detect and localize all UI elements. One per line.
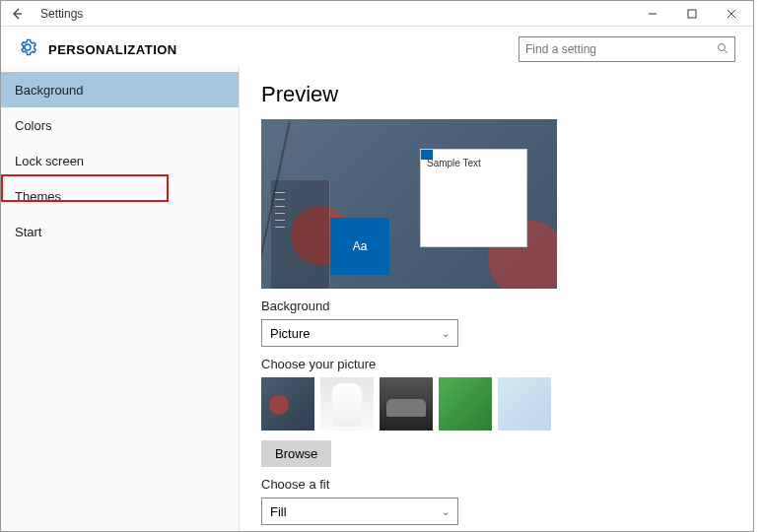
preview-left-panel	[271, 180, 330, 289]
svg-rect-1	[688, 10, 696, 18]
sidebar-item-label: Lock screen	[15, 154, 84, 168]
header: PERSONALIZATION	[1, 27, 753, 66]
sidebar-item-background[interactable]: Background	[1, 72, 239, 107]
choose-picture-label: Choose your picture	[261, 357, 729, 371]
background-dropdown[interactable]: Picture ⌄	[261, 319, 458, 347]
sidebar-item-label: Start	[15, 225, 41, 239]
thumbnail-1[interactable]	[261, 377, 314, 431]
sidebar-item-start[interactable]: Start	[1, 214, 239, 249]
search-icon	[717, 42, 728, 57]
search-box[interactable]	[519, 36, 735, 62]
svg-line-5	[725, 50, 727, 53]
sidebar-item-label: Colors	[15, 118, 52, 133]
fit-dropdown[interactable]: Fill ⌄	[261, 498, 458, 525]
preview-heading: Preview	[261, 82, 729, 107]
search-input[interactable]	[525, 42, 703, 56]
chevron-down-icon: ⌄	[442, 328, 450, 339]
preview-font-tile: Aa	[330, 218, 389, 275]
page-title: PERSONALIZATION	[48, 42, 177, 57]
picture-thumbnails	[261, 377, 729, 431]
background-label: Background	[261, 299, 729, 313]
sidebar: Background Colors Lock screen Themes Sta…	[1, 66, 240, 531]
choose-fit-label: Choose a fit	[261, 477, 729, 492]
sample-window-text: Sample Text	[427, 158, 481, 168]
background-dropdown-value: Picture	[270, 326, 310, 341]
sidebar-item-label: Themes	[15, 189, 61, 204]
fit-dropdown-value: Fill	[270, 504, 287, 519]
settings-window: Settings PERSONALIZATION Background Colo…	[0, 0, 754, 532]
sidebar-item-lock-screen[interactable]: Lock screen	[1, 143, 239, 178]
thumbnail-3[interactable]	[380, 377, 433, 431]
back-arrow-icon	[10, 7, 24, 21]
back-button[interactable]	[3, 2, 31, 26]
preview-pane: Aa Sample Text	[261, 119, 557, 289]
sidebar-item-label: Background	[15, 83, 83, 98]
thumbnail-4[interactable]	[439, 377, 492, 431]
titlebar: Settings	[1, 1, 753, 27]
minimize-button[interactable]	[633, 2, 672, 26]
preview-sample-window: Sample Text	[420, 149, 527, 247]
content: Preview Aa Sample Text Background Pictur…	[240, 66, 753, 531]
close-button[interactable]	[712, 2, 751, 26]
chevron-down-icon: ⌄	[442, 506, 450, 517]
sidebar-item-themes[interactable]: Themes	[1, 178, 239, 214]
svg-point-4	[719, 43, 726, 50]
maximize-button[interactable]	[672, 2, 712, 26]
window-title: Settings	[40, 7, 83, 21]
browse-button[interactable]: Browse	[261, 440, 331, 467]
gear-icon	[19, 38, 36, 60]
sidebar-item-colors[interactable]: Colors	[1, 107, 239, 143]
thumbnail-5[interactable]	[498, 377, 551, 431]
body: Background Colors Lock screen Themes Sta…	[1, 66, 753, 531]
thumbnail-2[interactable]	[320, 377, 374, 431]
